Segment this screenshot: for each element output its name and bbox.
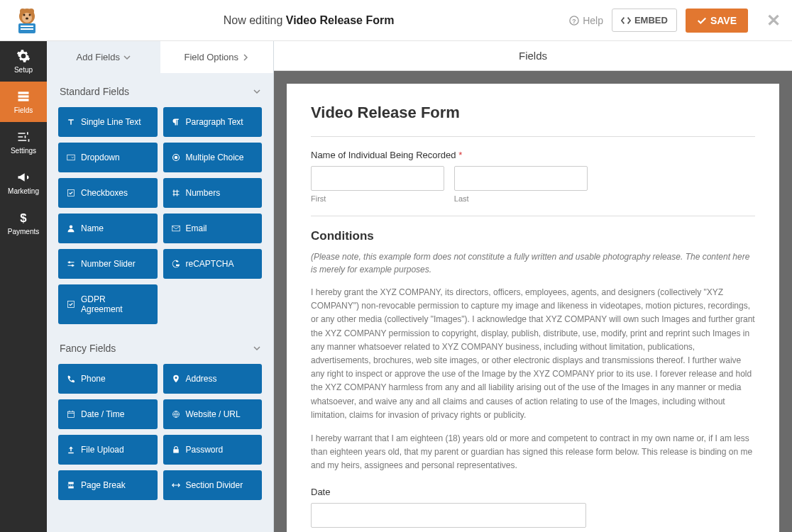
svg-point-5 bbox=[29, 13, 31, 16]
form-title: Video Release Form bbox=[311, 104, 755, 122]
envelope-icon bbox=[172, 224, 180, 233]
nav-setup[interactable]: Setup bbox=[0, 41, 47, 82]
canvas-scroll[interactable]: Video Release Form Name of Individual Be… bbox=[274, 71, 792, 532]
field-name[interactable]: Name bbox=[58, 214, 158, 243]
radio-icon bbox=[172, 153, 180, 162]
svg-point-18 bbox=[174, 156, 177, 160]
user-icon bbox=[67, 224, 75, 233]
svg-rect-25 bbox=[68, 411, 75, 417]
paragraph-icon bbox=[172, 118, 180, 126]
sliders-icon bbox=[16, 130, 31, 144]
embed-button[interactable]: EMBED bbox=[612, 9, 677, 32]
field-phone[interactable]: Phone bbox=[58, 364, 158, 394]
svg-rect-8 bbox=[21, 26, 33, 27]
name-label: Name of Individual Being Recorded * bbox=[311, 150, 755, 160]
chevron-down-icon bbox=[253, 345, 260, 352]
field-page-break[interactable]: Page Break bbox=[58, 470, 158, 500]
field-website[interactable]: Website / URL bbox=[163, 399, 263, 429]
check-icon bbox=[697, 16, 707, 26]
field-email[interactable]: Email bbox=[163, 214, 263, 243]
phone-icon bbox=[67, 375, 75, 383]
svg-rect-21 bbox=[172, 226, 180, 231]
divider bbox=[311, 216, 755, 216]
calendar-icon bbox=[67, 410, 75, 419]
editing-title: Now editing Video Release Form bbox=[48, 14, 569, 27]
svg-text:?: ? bbox=[572, 17, 576, 24]
nav-fields[interactable]: Fields bbox=[0, 82, 47, 122]
svg-rect-14 bbox=[18, 99, 29, 101]
svg-rect-9 bbox=[21, 28, 33, 30]
field-numbers[interactable]: Numbers bbox=[163, 178, 263, 208]
code-icon bbox=[621, 16, 631, 26]
date-input[interactable] bbox=[311, 503, 586, 528]
hash-icon bbox=[172, 189, 180, 197]
conditions-paragraph-2: I hereby warrant that I am eighteen (18)… bbox=[311, 432, 755, 473]
svg-rect-13 bbox=[18, 95, 29, 97]
field-recaptcha[interactable]: reCAPTCHA bbox=[163, 249, 263, 279]
sidebar: Add Fields Field Options Standard Fields… bbox=[47, 41, 274, 532]
chevron-right-icon bbox=[242, 54, 249, 61]
text-icon bbox=[67, 118, 75, 126]
canvas: Fields Video Release Form Name of Indivi… bbox=[274, 41, 792, 532]
canvas-header: Fields bbox=[274, 41, 792, 71]
check-square-icon bbox=[67, 300, 75, 309]
conditions-paragraph-1: I hereby grant the XYZ COMPANY, its dire… bbox=[311, 286, 755, 422]
field-single-line-text[interactable]: Single Line Text bbox=[58, 107, 158, 137]
save-button[interactable]: SAVE bbox=[686, 9, 748, 33]
dollar-icon: $ bbox=[16, 211, 31, 225]
svg-point-23 bbox=[72, 265, 74, 267]
svg-point-20 bbox=[70, 226, 73, 229]
svg-text:$: $ bbox=[20, 211, 27, 225]
section-standard-fields[interactable]: Standard Fields bbox=[53, 73, 268, 107]
field-password[interactable]: Password bbox=[163, 435, 263, 465]
map-pin-icon bbox=[172, 375, 180, 383]
help-link[interactable]: ? Help bbox=[569, 15, 603, 26]
field-datetime[interactable]: Date / Time bbox=[58, 399, 158, 429]
nav-payments[interactable]: $ Payments bbox=[0, 203, 47, 243]
left-nav: Setup Fields Settings Marketing $ Paymen… bbox=[0, 41, 47, 532]
field-section-divider[interactable]: Section Divider bbox=[163, 470, 263, 500]
bullhorn-icon bbox=[16, 170, 31, 184]
chevron-down-icon bbox=[123, 54, 131, 61]
section-fancy-fields[interactable]: Fancy Fields bbox=[53, 330, 268, 364]
slider-icon bbox=[67, 260, 75, 268]
globe-icon bbox=[172, 410, 180, 419]
field-address[interactable]: Address bbox=[163, 364, 263, 394]
check-square-icon bbox=[67, 189, 75, 197]
form-preview: Video Release Form Name of Individual Be… bbox=[287, 84, 779, 532]
page-break-icon bbox=[67, 481, 75, 489]
nav-marketing[interactable]: Marketing bbox=[0, 162, 47, 203]
dropdown-icon bbox=[67, 153, 75, 162]
first-sublabel: First bbox=[311, 194, 444, 203]
top-bar: Now editing Video Release Form ? Help EM… bbox=[0, 0, 792, 41]
nav-settings[interactable]: Settings bbox=[0, 122, 47, 162]
tab-field-options[interactable]: Field Options bbox=[160, 41, 274, 73]
field-paragraph-text[interactable]: Paragraph Text bbox=[163, 107, 263, 137]
field-multiple-choice[interactable]: Multiple Choice bbox=[163, 143, 263, 172]
svg-point-22 bbox=[68, 261, 70, 263]
help-icon: ? bbox=[569, 16, 579, 26]
tab-add-fields[interactable]: Add Fields bbox=[47, 41, 160, 73]
field-dropdown[interactable]: Dropdown bbox=[58, 143, 158, 172]
field-number-slider[interactable]: Number Slider bbox=[58, 249, 158, 279]
first-name-input[interactable] bbox=[311, 166, 444, 191]
svg-rect-12 bbox=[18, 92, 29, 94]
last-name-input[interactable] bbox=[454, 166, 588, 191]
svg-point-6 bbox=[26, 17, 28, 19]
upload-icon bbox=[67, 445, 75, 454]
divider bbox=[311, 136, 755, 137]
arrows-h-icon bbox=[172, 481, 180, 489]
svg-rect-27 bbox=[173, 449, 179, 453]
lock-icon bbox=[172, 445, 180, 454]
date-label: Date bbox=[311, 487, 755, 497]
fields-icon bbox=[16, 89, 31, 104]
field-checkboxes[interactable]: Checkboxes bbox=[58, 178, 158, 208]
conditions-heading: Conditions bbox=[311, 229, 755, 243]
field-gdpr[interactable]: GDPR Agreement bbox=[58, 284, 158, 324]
gear-icon bbox=[16, 49, 31, 63]
svg-point-4 bbox=[23, 13, 26, 16]
svg-rect-16 bbox=[67, 155, 75, 160]
close-button[interactable]: ✕ bbox=[766, 11, 781, 31]
field-file-upload[interactable]: File Upload bbox=[58, 435, 158, 465]
app-logo bbox=[11, 5, 43, 36]
